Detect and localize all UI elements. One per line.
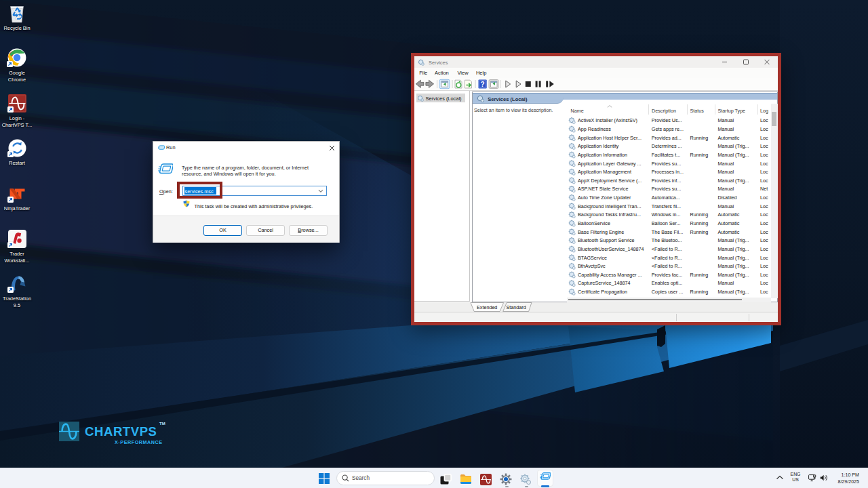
svg-text:Extended: Extended [477, 304, 497, 310]
svg-text:?: ? [481, 81, 485, 88]
svg-text:Standard: Standard [507, 304, 526, 310]
